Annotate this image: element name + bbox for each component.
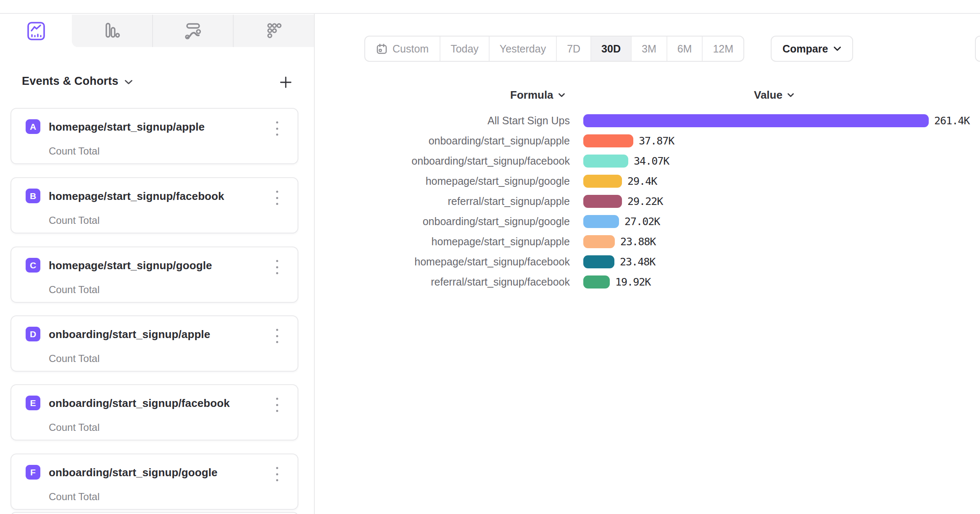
bar[interactable] [583,134,633,147]
event-name: homepage/start_signup/google [49,259,212,272]
value-header-label: Value [754,89,782,102]
event-badge: A [26,119,40,134]
compare-label: Compare [782,43,828,55]
bar-value: 23.48K [620,256,655,268]
report-type-tabbar [0,15,314,47]
kebab-menu-icon[interactable] [272,260,282,274]
bar-chart-icon [102,21,121,41]
bar-value: 29.22K [627,195,663,207]
bar-row-label: onboarding/start_signup/apple [403,135,570,147]
kebab-menu-icon[interactable] [272,121,282,136]
event-name: homepage/start_signup/apple [49,121,205,134]
bar-value: 27.02K [624,215,660,228]
bar-row: onboarding/start_signup/apple 37.87K [403,131,980,151]
event-card[interactable]: D onboarding/start_signup/apple Count To… [11,315,298,372]
formula-column-header[interactable]: Formula [510,89,565,102]
line-chart-icon [26,21,46,41]
bar[interactable] [583,175,622,188]
event-card[interactable]: E onboarding/start_signup/facebook Count… [11,384,298,441]
bar-value: 37.87K [639,135,674,147]
flows-icon [183,21,203,41]
top-header-divider [0,0,980,14]
event-card[interactable]: C homepage/start_signup/google Count Tot… [11,247,298,303]
bar-chart: Formula Value All Start Sign Ups 261.4K … [403,86,980,292]
calendar-icon [376,43,387,55]
event-name: onboarding/start_signup/google [49,466,218,479]
event-badge: D [26,327,40,341]
event-metric[interactable]: Count Total [49,491,100,503]
insights-report-page: { "sidebar": { "tabs": [ { "name": "insi… [0,0,980,514]
chart-column-headers: Formula Value [403,86,980,107]
bar-row-label: onboarding/start_signup/facebook [403,155,570,167]
chevron-down-icon[interactable] [124,79,133,85]
date-range-option[interactable]: 12M [702,37,743,61]
tab-insights[interactable] [0,15,72,47]
tab-flows[interactable] [152,15,233,47]
bar-value: 261.4K [934,115,969,127]
date-range-option[interactable]: 30D [590,37,631,61]
event-card[interactable]: A homepage/start_signup/apple Count Tota… [11,108,298,164]
bar-row-label: referral/start_signup/facebook [403,276,570,288]
bar-row-label: All Start Sign Ups [403,115,570,127]
compare-button[interactable]: Compare [771,36,853,62]
bar[interactable] [583,235,615,248]
date-range-option[interactable]: 7D [556,37,590,61]
tab-funnels[interactable] [72,15,152,47]
bar-value: 19.92K [615,276,651,288]
kebab-menu-icon[interactable] [272,191,282,205]
bar-value: 23.88K [620,236,656,248]
bar[interactable] [583,155,628,168]
event-name: onboarding/start_signup/apple [49,328,210,341]
add-event-button[interactable] [279,75,293,89]
bar-row: referral/start_signup/facebook 19.92K [403,272,980,292]
bar-row: homepage/start_signup/apple 23.88K [403,231,980,252]
bar-row: homepage/start_signup/facebook 23.48K [403,252,980,272]
bar-row-label: referral/start_signup/apple [403,195,570,207]
event-name: onboarding/start_signup/facebook [49,397,230,410]
bar-rows: All Start Sign Ups 261.4K onboarding/sta… [403,110,980,292]
bar[interactable] [583,275,610,288]
date-range-option[interactable]: Today [440,37,489,61]
date-range-option[interactable]: 3M [631,37,667,61]
formula-header-label: Formula [510,89,553,102]
event-metric[interactable]: Count Total [49,284,100,296]
bar-row-label: homepage/start_signup/facebook [403,256,570,268]
event-badge: E [26,396,40,410]
event-card-partial [11,512,298,514]
event-metric[interactable]: Count Total [49,215,100,226]
bar-row-label: homepage/start_signup/google [403,175,570,187]
bar[interactable] [583,195,622,208]
date-range-option[interactable]: 6M [667,37,702,61]
tab-retention[interactable] [233,15,314,47]
event-metric[interactable]: Count Total [49,353,100,365]
kebab-menu-icon[interactable] [272,329,282,343]
event-badge: B [26,189,40,203]
events-cohorts-title[interactable]: Events & Cohorts [22,75,119,88]
bar[interactable] [583,255,614,268]
bar-row-label: homepage/start_signup/apple [403,236,570,248]
bar-row: referral/start_signup/apple 29.22K [403,191,980,211]
sidebar-divider [314,14,315,514]
event-metric[interactable]: Count Total [49,145,100,157]
date-range-option[interactable]: Custom [365,37,440,61]
bar-value: 34.07K [634,155,669,167]
bar-row-label: onboarding/start_signup/google [403,215,570,228]
bar-row: onboarding/start_signup/google 27.02K [403,211,980,231]
event-card[interactable]: F onboarding/start_signup/google Count T… [11,454,298,510]
date-range-selector: Custom Today Yesterday [364,36,744,62]
bar-row: onboarding/start_signup/facebook 34.07K [403,151,980,171]
event-name: homepage/start_signup/facebook [49,190,224,203]
bar-row: homepage/start_signup/google 29.4K [403,171,980,191]
kebab-menu-icon[interactable] [272,398,282,412]
event-metric[interactable]: Count Total [49,422,100,433]
value-column-header[interactable]: Value [754,89,794,102]
event-badge: C [26,258,40,273]
bar[interactable] [583,215,619,228]
kebab-menu-icon[interactable] [272,467,282,481]
bar[interactable] [583,114,929,127]
event-card[interactable]: B homepage/start_signup/facebook Count T… [11,177,298,233]
date-range-option[interactable]: Yesterday [489,37,556,61]
clipped-edge-button[interactable] [975,36,980,62]
bar-value: 29.4K [627,175,657,187]
events-cohorts-header: Events & Cohorts [22,75,293,88]
